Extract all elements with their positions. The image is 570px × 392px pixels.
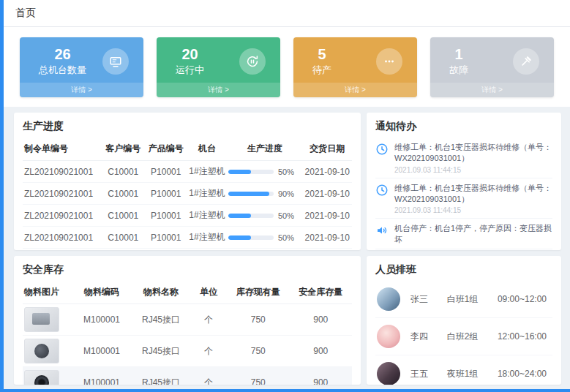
schedule-row: 李四 白班2组 12:00~16:00: [375, 318, 552, 355]
detail-link[interactable]: 详情 >: [20, 83, 143, 97]
schedule-row: 张三 白班1组 09:00~12:00: [375, 281, 552, 318]
column-header: 物料编码: [72, 281, 132, 304]
machine: 1#注塑机: [187, 183, 227, 205]
stat-label: 故障: [449, 64, 468, 77]
stock-quantity: 750: [227, 367, 290, 385]
product-no: P10001: [145, 161, 188, 183]
production-table: 制令单编号 客户编号 产品编号 机台 生产进度 交货日期 ZL202109021…: [23, 137, 352, 250]
material-image-cell: [23, 304, 72, 336]
stat-card-waiting: 5 待产 详情 >: [293, 37, 417, 97]
column-header: 安全库存量: [290, 281, 353, 304]
material-unit: 个: [191, 304, 228, 336]
notification-text: 维修工单：机台1变压器损坏待维修（单号：WX202109031001）: [394, 142, 552, 164]
detail-link[interactable]: 详情 >: [157, 83, 280, 97]
column-header: 库存现有量: [227, 281, 290, 304]
material-name: RJ45接口: [132, 367, 191, 385]
machine: 1#注塑机: [187, 249, 227, 251]
progress-label: 90%: [278, 189, 294, 198]
customer-no: C10001: [102, 161, 145, 183]
production-panel-title: 生产进度: [23, 120, 352, 133]
product-no: P10001: [145, 183, 188, 205]
person-shift: 白班1组: [447, 293, 498, 306]
schedule-row: 王五 夜班1组 18:00~24:00: [375, 355, 552, 385]
stat-label: 待产: [312, 64, 331, 77]
notification-text: 机台停产：机台1停产，停产原因：变压器损坏: [394, 223, 552, 245]
delivery-date: 2021-09-10: [303, 183, 353, 205]
material-image-cell: [23, 367, 72, 385]
column-header: 制令单编号: [23, 137, 102, 161]
delivery-date: 2021-09-10: [303, 227, 353, 249]
table-header-row: 物料图片 物料编码 物料名称 单位 库存现有量 安全库存量: [23, 281, 352, 304]
stat-card-running: 20 运行中 详情 >: [157, 37, 280, 97]
material-image: [24, 307, 59, 332]
progress-cell: 50%: [227, 205, 303, 227]
notification-item[interactable]: 计划暂停：机台1生产计划已暂停 2021.09.03 11:44:15: [375, 249, 552, 250]
material-code: M100001: [72, 336, 132, 367]
safety-stock-quantity: 900: [290, 336, 353, 367]
notification-text: 维修工单：机台1变压器损坏待维修（单号：WX202109031001）: [394, 183, 552, 205]
column-header: 客户编号: [102, 137, 145, 161]
customer-no: C10001: [102, 205, 145, 227]
running-icon: [239, 48, 266, 75]
progress-label: 50%: [278, 233, 294, 242]
notification-item[interactable]: 维修工单：机台1变压器损坏待维修（单号：WX202109031001） 2021…: [375, 137, 552, 178]
delivery-date: 2021-09-10: [303, 249, 353, 251]
clock-icon: [375, 142, 389, 174]
clock-icon: [375, 183, 389, 215]
stat-cards-band: 26 总机台数量 详情 > 20 运行中 详情 >: [4, 27, 570, 107]
notifications-panel: 通知待办 维修工单：机台1变压器损坏待维修（单号：WX202109031001）…: [367, 113, 561, 250]
customer-no: C10001: [102, 249, 145, 251]
progress-bar: [228, 192, 274, 196]
material-unit: 个: [191, 336, 228, 367]
order-no: ZL202109021001: [23, 249, 102, 251]
notification-time: 2021.09.03 11:44:15: [394, 206, 552, 214]
inventory-panel-title: 安全库存: [23, 263, 352, 276]
progress-cell: 50%: [227, 161, 303, 183]
notification-item[interactable]: 机台停产：机台1停产，停产原因：变压器损坏: [375, 219, 552, 249]
table-row: M100001 RJ45接口 个 750 900: [23, 336, 352, 367]
material-unit: 个: [191, 367, 228, 385]
machine: 1#注塑机: [187, 161, 227, 183]
tab-home[interactable]: 首页: [15, 7, 36, 20]
column-header: 物料名称: [132, 281, 191, 304]
progress-label: 50%: [278, 211, 294, 220]
machine: 1#注塑机: [187, 227, 227, 249]
person-name: 张三: [410, 293, 447, 306]
order-no: ZL202109021001: [23, 227, 102, 249]
stat-value: 20: [181, 47, 198, 61]
detail-link[interactable]: 详情 >: [430, 83, 554, 97]
stat-card-fault: 1 故障 详情 >: [430, 37, 554, 97]
schedule-panel-title: 人员排班: [375, 263, 552, 276]
table-row: ZL202109021001 C10001 P10001 1#注塑机 90% 2…: [23, 183, 352, 205]
column-header: 生产进度: [227, 137, 303, 161]
table-row: ZL202109021001 C10001 P10001 1#注塑机 50% 2…: [23, 161, 352, 183]
customer-no: C10001: [102, 227, 145, 249]
notification-time: 2021.09.03 11:44:15: [394, 166, 552, 174]
material-code: M100001: [72, 367, 132, 385]
delivery-date: 2021-09-10: [303, 205, 353, 227]
notifications-panel-title: 通知待办: [375, 120, 552, 133]
avatar: [377, 287, 400, 311]
safety-stock-quantity: 900: [290, 367, 353, 385]
progress-bar: [228, 214, 274, 218]
stat-card-body: 1 故障: [430, 37, 554, 83]
detail-link[interactable]: 详情 >: [293, 83, 417, 97]
table-header-row: 制令单编号 客户编号 产品编号 机台 生产进度 交货日期: [23, 137, 352, 161]
stat-value: 26: [54, 47, 70, 61]
avatar: [377, 362, 400, 385]
stat-card-total-machines: 26 总机台数量 详情 >: [20, 37, 143, 97]
customer-no: C10001: [102, 183, 145, 205]
notification-item[interactable]: 维修工单：机台1变压器损坏待维修（单号：WX202109031001） 2021…: [375, 178, 552, 219]
material-image: [24, 339, 59, 363]
material-name: RJ45接口: [132, 336, 191, 367]
order-no: ZL202109021001: [23, 161, 102, 183]
progress-cell: 50%: [227, 249, 303, 251]
product-no: P10001: [145, 249, 188, 251]
stat-value: 1: [454, 47, 462, 61]
order-no: ZL202109021001: [23, 183, 102, 205]
person-shift: 白班2组: [447, 331, 498, 343]
stock-quantity: 750: [227, 304, 290, 336]
tools-icon: [513, 48, 539, 75]
table-row: ZL202109021001 C10001 P10001 1#注塑机 50% 2…: [23, 249, 352, 251]
stat-value: 5: [318, 47, 326, 61]
